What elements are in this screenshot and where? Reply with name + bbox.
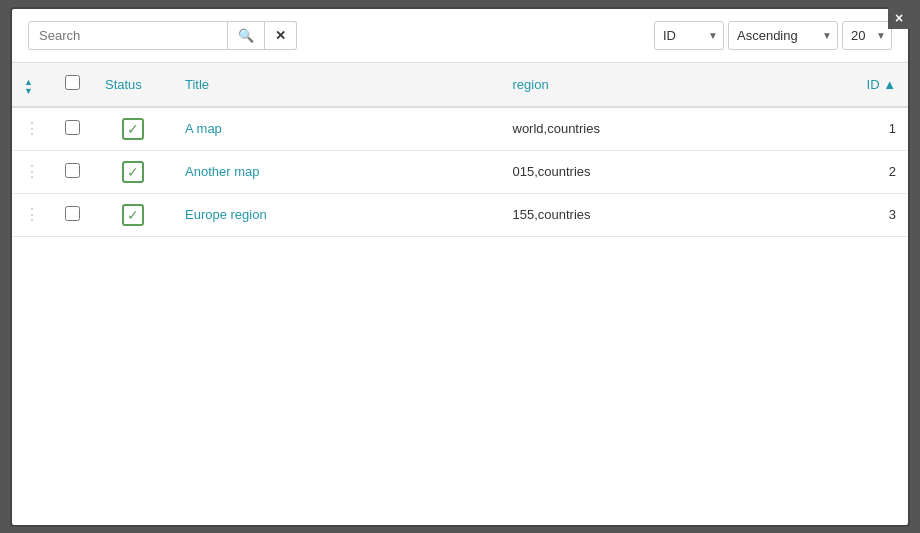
toolbar: 🔍 ✕ ID Title Status Region ▼ Ascending [12, 9, 908, 63]
row-drag-handle[interactable]: ⋮ [12, 107, 53, 151]
search-input[interactable] [28, 21, 228, 50]
select-all-checkbox[interactable] [65, 75, 80, 90]
row-title-link[interactable]: A map [185, 121, 222, 136]
sort-group: ID Title Status Region ▼ Ascending Desce… [654, 21, 892, 50]
sort-field-wrapper: ID Title Status Region ▼ [654, 21, 724, 50]
row-drag-handle[interactable]: ⋮ [12, 150, 53, 193]
row-checkbox-cell [53, 107, 93, 151]
row-id: 1 [828, 107, 908, 151]
sort-order-select[interactable]: Ascending Descending [728, 21, 838, 50]
row-checkbox-cell [53, 193, 93, 236]
col-header-title[interactable]: Title [173, 63, 501, 107]
row-title: A map [173, 107, 501, 151]
row-id: 2 [828, 150, 908, 193]
table-row: ⋮ ✓ Another map 015,countries 2 [12, 150, 908, 193]
clear-button[interactable]: ✕ [265, 21, 297, 50]
row-checkbox[interactable] [65, 163, 80, 178]
col-header-drag: ▲ ▼ [12, 63, 53, 107]
row-drag-handle[interactable]: ⋮ [12, 193, 53, 236]
data-table: ▲ ▼ Status Title region [12, 63, 908, 237]
close-button[interactable]: × [888, 7, 910, 29]
row-title: Another map [173, 150, 501, 193]
row-region: 155,countries [501, 193, 829, 236]
row-checkbox[interactable] [65, 206, 80, 221]
row-title-link[interactable]: Europe region [185, 207, 267, 222]
table-body: ⋮ ✓ A map world,countries 1 ⋮ ✓ [12, 107, 908, 237]
row-status: ✓ [93, 193, 173, 236]
row-id: 3 [828, 193, 908, 236]
search-group: 🔍 ✕ [28, 21, 297, 50]
status-check-icon: ✓ [122, 204, 144, 226]
sort-updown-icon: ▲ ▼ [24, 78, 33, 96]
col-header-status: Status [93, 63, 173, 107]
table-container: ▲ ▼ Status Title region [12, 63, 908, 525]
sort-order-wrapper: Ascending Descending ▼ [728, 21, 838, 50]
row-region: world,countries [501, 107, 829, 151]
table-row: ⋮ ✓ Europe region 155,countries 3 [12, 193, 908, 236]
status-check-icon: ✓ [122, 161, 144, 183]
row-title-link[interactable]: Another map [185, 164, 259, 179]
modal-container: × 🔍 ✕ ID Title Status Region ▼ [10, 7, 910, 527]
status-check-icon: ✓ [122, 118, 144, 140]
search-button[interactable]: 🔍 [228, 21, 265, 50]
col-header-id[interactable]: ID ▲ [828, 63, 908, 107]
drag-icon: ⋮ [24, 120, 41, 137]
row-status: ✓ [93, 150, 173, 193]
row-title: Europe region [173, 193, 501, 236]
page-size-select[interactable]: 10 20 50 100 [842, 21, 892, 50]
col-header-region[interactable]: region [501, 63, 829, 107]
row-region: 015,countries [501, 150, 829, 193]
search-icon: 🔍 [238, 28, 254, 43]
row-checkbox-cell [53, 150, 93, 193]
table-header-row: ▲ ▼ Status Title region [12, 63, 908, 107]
col-header-check [53, 63, 93, 107]
drag-icon: ⋮ [24, 206, 41, 223]
drag-icon: ⋮ [24, 163, 41, 180]
page-size-wrapper: 10 20 50 100 ▼ [842, 21, 892, 50]
row-status: ✓ [93, 107, 173, 151]
table-row: ⋮ ✓ A map world,countries 1 [12, 107, 908, 151]
sort-field-select[interactable]: ID Title Status Region [654, 21, 724, 50]
clear-icon: ✕ [275, 28, 286, 43]
row-checkbox[interactable] [65, 120, 80, 135]
